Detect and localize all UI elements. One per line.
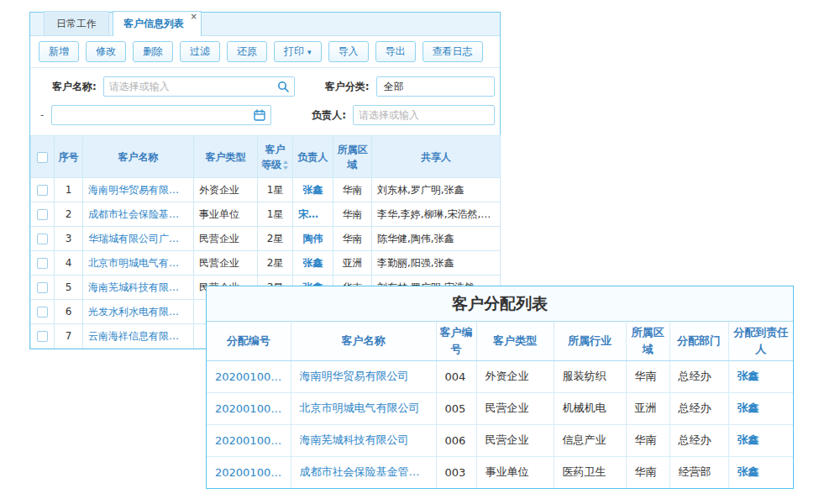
cell-dept: 总经办 bbox=[669, 392, 728, 424]
cell-name[interactable]: 海南明华贸易有限公司 bbox=[291, 360, 436, 392]
cell-region: 华南 bbox=[333, 227, 372, 251]
select-all-checkbox[interactable] bbox=[37, 152, 48, 163]
print-button-label: 打印 bbox=[284, 45, 304, 59]
checkbox-cell bbox=[31, 300, 55, 324]
cell-assignee[interactable]: 张鑫 bbox=[728, 360, 793, 392]
cell-industry: 服装纺织 bbox=[554, 360, 626, 392]
edit-button[interactable]: 修改 bbox=[86, 41, 126, 62]
cell-no: 3 bbox=[55, 227, 83, 251]
filter-row-1: 客户名称: 客户分类: 全部 bbox=[35, 75, 495, 98]
cell-name[interactable]: 海南芜城科技有限公司 bbox=[83, 276, 194, 300]
cell-name[interactable]: 北京市明城电气有限公司 bbox=[291, 392, 436, 424]
cell-no: 2 bbox=[55, 202, 83, 227]
cell-type: 外资企业 bbox=[194, 178, 258, 202]
search-icon[interactable] bbox=[277, 81, 289, 92]
cell-shared: 陈华健,陶伟,张鑫 bbox=[372, 227, 501, 251]
allocation-table-body: 2020010006海南明华贸易有限公司004外资企业服装纺织华南总经办张鑫20… bbox=[207, 360, 793, 488]
row-checkbox[interactable] bbox=[37, 185, 48, 196]
restore-button[interactable]: 还原 bbox=[227, 41, 267, 62]
export-button[interactable]: 导出 bbox=[375, 41, 416, 62]
customer-name-input[interactable] bbox=[104, 81, 277, 92]
cell-owner[interactable]: 陶伟 bbox=[293, 227, 333, 251]
cell-name[interactable]: 光发水利水电有限公司 bbox=[83, 300, 194, 324]
cell-level: 2星 bbox=[258, 227, 293, 251]
header-checkbox-cell bbox=[31, 136, 55, 178]
view-log-button[interactable]: 查看日志 bbox=[423, 41, 483, 62]
row-checkbox[interactable] bbox=[37, 282, 48, 293]
import-button[interactable]: 导入 bbox=[328, 41, 369, 62]
cell-name[interactable]: 云南海祥信息有限公司 bbox=[83, 324, 194, 349]
col-header-no[interactable]: 序号 bbox=[55, 136, 83, 178]
date-box bbox=[51, 105, 271, 125]
customer-category-select[interactable]: 全部 bbox=[376, 76, 495, 97]
cell-dept: 总经办 bbox=[669, 360, 728, 392]
cell-owner[interactable]: 张鑫 bbox=[293, 251, 333, 276]
filter-button[interactable]: 过滤 bbox=[180, 41, 220, 62]
cell-owner[interactable]: 张鑫 bbox=[293, 178, 333, 202]
calendar-icon[interactable] bbox=[254, 109, 265, 121]
cell-id[interactable]: 2020010006 bbox=[207, 360, 291, 392]
cell-name[interactable]: 海南芜城科技有限公司 bbox=[291, 424, 436, 456]
col-header-region[interactable]: 所属区域 bbox=[333, 136, 372, 178]
col-header-type[interactable]: 客户类型 bbox=[194, 136, 258, 178]
table-row: 2020010005北京市明城电气有限公司005民营企业机械机电亚洲总经办张鑫 bbox=[207, 392, 793, 424]
cell-no: 6 bbox=[55, 300, 83, 324]
cell-type: 事业单位 bbox=[194, 202, 258, 227]
filter-area: 客户名称: 客户分类: 全部 - 负责人: bbox=[30, 68, 500, 135]
col-header-name[interactable]: 客户名称 bbox=[83, 136, 194, 178]
cell-assignee[interactable]: 张鑫 bbox=[728, 456, 793, 488]
cell-no: 7 bbox=[55, 324, 83, 349]
cell-id[interactable]: 2020010001 bbox=[207, 456, 291, 488]
col-header-customer-name: 客户名称 bbox=[291, 322, 436, 360]
cell-region: 亚洲 bbox=[626, 392, 669, 424]
cell-id[interactable]: 2020010005 bbox=[207, 392, 291, 424]
tab-daily-work[interactable]: 日常工作 bbox=[44, 11, 109, 35]
customer-category-label: 客户分类: bbox=[325, 80, 370, 94]
row-checkbox[interactable] bbox=[37, 307, 48, 318]
allocation-panel-title: 客户分配列表 bbox=[207, 286, 793, 322]
cell-cno: 003 bbox=[436, 456, 476, 488]
cell-dept: 经营部 bbox=[669, 456, 728, 488]
col-header-customer-type: 客户类型 bbox=[476, 322, 554, 360]
table-row: 2020010001成都市社会保险基金管理...003事业单位医药卫生华南经营部… bbox=[207, 456, 793, 488]
owner-input[interactable] bbox=[354, 109, 494, 121]
chevron-down-icon: ▾ bbox=[307, 48, 312, 56]
cell-assignee[interactable]: 张鑫 bbox=[728, 392, 793, 424]
row-checkbox[interactable] bbox=[37, 258, 48, 269]
row-checkbox[interactable] bbox=[37, 234, 48, 244]
cell-owner[interactable]: 宋浩然 bbox=[293, 202, 333, 227]
checkbox-cell bbox=[31, 251, 55, 276]
cell-region: 华南 bbox=[626, 424, 669, 456]
filter-row-2: - 负责人: bbox=[35, 103, 495, 127]
delete-button[interactable]: 删除 bbox=[133, 41, 173, 62]
col-header-allocation-id: 分配编号 bbox=[207, 322, 291, 360]
date-input[interactable] bbox=[52, 109, 254, 121]
table-row: 2020010004海南芜城科技有限公司006民营企业信息产业华南总经办张鑫 bbox=[207, 424, 793, 456]
col-header-level[interactable]: 客户等级 bbox=[258, 136, 293, 178]
col-header-shared[interactable]: 共享人 bbox=[372, 136, 501, 178]
sort-icon[interactable] bbox=[282, 160, 289, 170]
table-row: 3华瑞城有限公司广告设计部民营企业2星陶伟华南陈华健,陶伟,张鑫 bbox=[31, 227, 501, 251]
table-row: 2成都市社会保险基金管理...事业单位1星宋浩然华南李华,李婷,柳琳,宋浩然,张… bbox=[31, 202, 501, 227]
cell-name[interactable]: 北京市明城电气有限公司 bbox=[83, 251, 194, 276]
col-header-owner[interactable]: 负责人 bbox=[293, 136, 333, 178]
close-icon[interactable]: × bbox=[191, 12, 197, 21]
cell-name[interactable]: 成都市社会保险基金管理... bbox=[83, 202, 194, 227]
tab-customer-info-list[interactable]: 客户信息列表 × bbox=[113, 11, 202, 36]
table-row: 4北京市明城电气有限公司民营企业2星张鑫亚洲李勤丽,阳强,张鑫 bbox=[31, 251, 501, 276]
row-checkbox[interactable] bbox=[37, 331, 48, 342]
cell-assignee[interactable]: 张鑫 bbox=[728, 424, 793, 456]
customer-table-header-row: 序号 客户名称 客户类型 客户等级 负责人 所属区域 共享人 bbox=[31, 136, 501, 178]
allocation-table: 分配编号 客户名称 客户编号 客户类型 所属行业 所属区域 分配部门 分配到责任… bbox=[207, 322, 793, 488]
row-checkbox[interactable] bbox=[37, 209, 48, 220]
cell-name[interactable]: 海南明华贸易有限公司 bbox=[83, 178, 194, 202]
checkbox-cell bbox=[31, 324, 55, 349]
cell-id[interactable]: 2020010004 bbox=[207, 424, 291, 456]
cell-name[interactable]: 华瑞城有限公司广告设计部 bbox=[83, 227, 194, 251]
cell-name[interactable]: 成都市社会保险基金管理... bbox=[291, 456, 436, 488]
print-button[interactable]: 打印 ▾ bbox=[274, 41, 322, 62]
new-button[interactable]: 新增 bbox=[39, 41, 79, 62]
cell-industry: 信息产业 bbox=[554, 424, 626, 456]
owner-label: 负责人: bbox=[312, 108, 346, 123]
cell-level: 2星 bbox=[258, 251, 293, 276]
